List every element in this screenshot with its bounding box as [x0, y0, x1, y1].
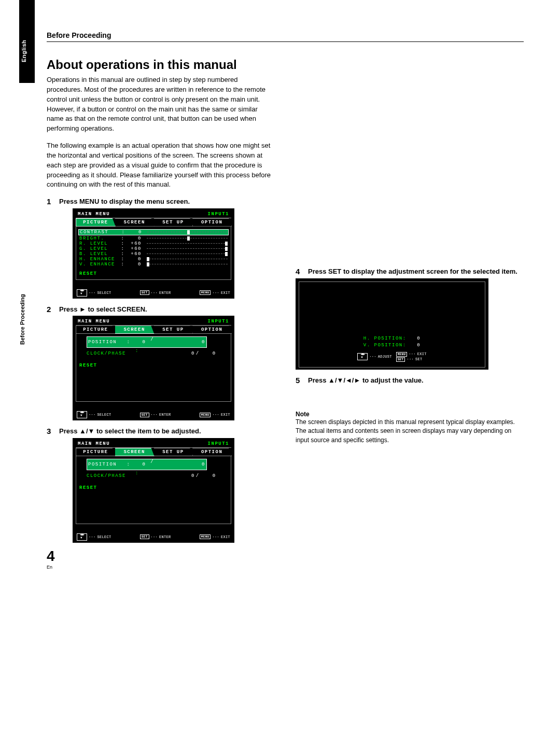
osd-tab-setup[interactable]: SET UP — [154, 448, 193, 456]
osd-value: 0 — [417, 343, 421, 348]
osd-reset[interactable]: RESET — [79, 271, 228, 276]
set-key-icon: SET — [140, 534, 149, 539]
step-number: 5 — [296, 376, 303, 385]
osd-panel: POSITION: 0 / 0 CLOCK/PHASE: 0 / 0 RESET — [76, 456, 231, 524]
osd-slider — [147, 242, 228, 246]
osd-slider — [147, 262, 228, 266]
osd-tab-setup[interactable]: SET UP — [154, 326, 193, 334]
osd-label: R. LEVEL — [79, 241, 120, 246]
osd-value: 0 — [201, 351, 216, 356]
osd-slider — [147, 257, 228, 261]
intro-paragraph-1: Operations in this manual are outlined i… — [47, 75, 275, 134]
osd-hposition: H. POSITION: 0 — [302, 335, 482, 342]
osd-menu-picture: MAIN MENU INPUT1 PICTURE SCREEN SET UP O… — [73, 208, 234, 299]
step-number: 4 — [296, 267, 303, 276]
footer-exit: EXIT — [221, 413, 230, 417]
osd-footer: ···SELECT SET ···ENTER MENU ···EXIT — [76, 280, 231, 297]
footer-enter: ENTER — [159, 291, 171, 295]
osd-value: 0 — [132, 462, 146, 467]
osd-menu-screen: MAIN MENU INPUT1 PICTURE SCREEN SET UP O… — [73, 316, 234, 420]
osd-row-position[interactable]: POSITION: 0 / 0 — [87, 459, 207, 470]
osd-tabs: PICTURE SCREEN SET UP OPTION — [76, 218, 231, 227]
osd-tab-screen[interactable]: SCREEN — [115, 448, 155, 456]
footer-select: SELECT — [97, 413, 111, 417]
footer-adjust: ADJUST — [378, 355, 392, 359]
osd-label: G. LEVEL — [79, 246, 120, 251]
step-1: 1 Press MENU to display the menu screen. — [47, 197, 275, 206]
osd-label: CONTRAST — [80, 230, 120, 235]
set-key-icon: SET — [140, 290, 149, 295]
osd-label: POSITION — [88, 462, 125, 467]
arrow-pad-icon — [77, 289, 87, 297]
osd-value: 0 — [127, 230, 142, 235]
step-text: Press SET to display the adjustment scre… — [308, 267, 524, 276]
osd-row-contrast[interactable]: CONTRAST: 0 — [78, 229, 229, 235]
osd-input-indicator: INPUT1 — [208, 212, 229, 217]
osd-row-rlevel[interactable]: R. LEVEL: +60 — [79, 241, 228, 246]
osd-tab-setup[interactable]: SET UP — [154, 218, 193, 227]
osd-tab-option[interactable]: OPTION — [192, 448, 232, 456]
right-column: 4 Press SET to display the adjustment sc… — [296, 58, 524, 543]
osd-title: MAIN MENU — [78, 212, 110, 217]
osd-row-glevel[interactable]: G. LEVEL: +60 — [79, 246, 228, 251]
set-key-icon: SET — [396, 357, 405, 362]
osd-value: 0 — [179, 473, 195, 478]
page-number-value: 4 — [47, 548, 55, 564]
step-5: 5 Press ▲/▼/◄/► to adjust the value. — [296, 376, 524, 385]
page-title: About operations in this manual — [47, 58, 275, 72]
manual-page: English Before Proceeding Before Proceed… — [0, 0, 560, 590]
footer-select: SELECT — [97, 535, 111, 539]
osd-tab-screen[interactable]: SCREEN — [115, 218, 155, 227]
osd-panel: POSITION: 0 / 0 CLOCK/PHASE: 0 / 0 RESET — [76, 334, 231, 402]
osd-value: 0 — [191, 462, 205, 467]
osd-row-position[interactable]: POSITION: 0 / 0 — [87, 336, 207, 348]
osd-tab-screen[interactable]: SCREEN — [115, 326, 155, 334]
menu-key-icon: MENU — [200, 534, 211, 539]
osd-tab-picture[interactable]: PICTURE — [76, 448, 116, 456]
step-number: 1 — [47, 197, 54, 206]
osd-label: H. POSITION: — [363, 336, 407, 341]
footer-enter: ENTER — [159, 413, 171, 417]
osd-reset[interactable]: RESET — [79, 485, 228, 490]
osd-input-indicator: INPUT1 — [208, 319, 229, 324]
osd-tab-picture[interactable]: PICTURE — [76, 218, 116, 227]
language-tab-label: English — [21, 40, 27, 62]
page-number-lang: En — [47, 565, 524, 570]
osd-row-clockphase[interactable]: CLOCK/PHASE: 0 / 0 — [87, 348, 228, 359]
osd-row-bright[interactable]: BRIGHT.: 0 — [79, 236, 228, 241]
osd-value: +60 — [126, 246, 142, 251]
menu-key-icon: MENU — [200, 290, 211, 295]
osd-value: 0 — [126, 262, 142, 267]
step-4: 4 Press SET to display the adjustment sc… — [296, 267, 524, 276]
arrow-pad-icon — [357, 353, 368, 360]
osd-row-henhance[interactable]: H. ENHANCE: 0 — [79, 257, 228, 262]
osd-tab-option[interactable]: OPTION — [192, 326, 232, 334]
osd-vposition: V. POSITION: 0 — [302, 342, 482, 349]
osd-label: B. LEVEL — [79, 251, 120, 257]
osd-value: 0 — [191, 340, 205, 345]
osd-reset[interactable]: RESET — [79, 363, 228, 368]
osd-label: V. POSITION: — [363, 343, 407, 348]
left-rail: English Before Proceeding — [15, 0, 33, 590]
osd-input-indicator: INPUT1 — [208, 441, 229, 446]
osd-row-blevel[interactable]: B. LEVEL: +60 — [79, 251, 228, 257]
step-number: 3 — [47, 427, 54, 436]
osd-row-venhance[interactable]: V. ENHANCE: 0 — [79, 262, 228, 267]
footer-exit: EXIT — [417, 352, 427, 356]
osd-tab-picture[interactable]: PICTURE — [76, 326, 116, 334]
osd-slider — [147, 247, 228, 251]
osd-label: BRIGHT. — [79, 236, 120, 241]
step-number: 2 — [47, 305, 54, 314]
osd-row-clockphase[interactable]: CLOCK/PHASE: 0 / 0 — [87, 471, 228, 481]
osd-title: MAIN MENU — [78, 441, 110, 446]
osd-title: MAIN MENU — [78, 319, 110, 324]
menu-key-icon: MENU — [396, 352, 408, 357]
osd-label: CLOCK/PHASE — [87, 473, 134, 478]
osd-label: CLOCK/PHASE — [87, 351, 134, 356]
note-body-2: The actual items and contents seen in sc… — [296, 427, 524, 445]
osd-footer: ···SELECT SET ···ENTER MENU ···EXIT — [76, 402, 231, 418]
section-tab-label: Before Proceeding — [19, 294, 25, 345]
osd-slider — [147, 236, 228, 241]
osd-tab-option[interactable]: OPTION — [192, 218, 232, 227]
osd-label: V. ENHANCE — [79, 262, 120, 267]
